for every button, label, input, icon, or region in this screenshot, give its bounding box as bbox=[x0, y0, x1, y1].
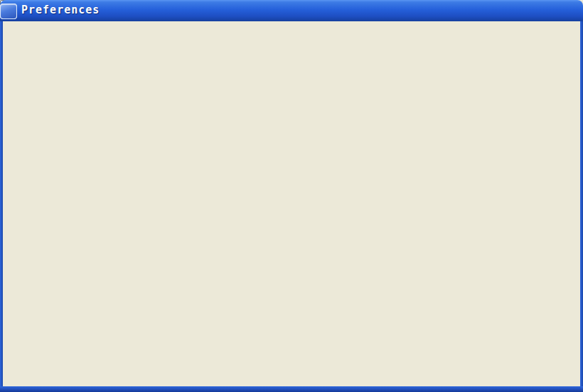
window-frame bbox=[0, 386, 583, 392]
window-frame bbox=[580, 21, 583, 386]
dialog-background bbox=[3, 21, 580, 386]
window-title: Preferences bbox=[21, 4, 100, 16]
titlebar[interactable]: Preferences bbox=[0, 0, 583, 21]
preferences-dialog: Preferences -General+AppearanceCompare/P… bbox=[0, 0, 583, 392]
close-button[interactable] bbox=[0, 4, 17, 19]
